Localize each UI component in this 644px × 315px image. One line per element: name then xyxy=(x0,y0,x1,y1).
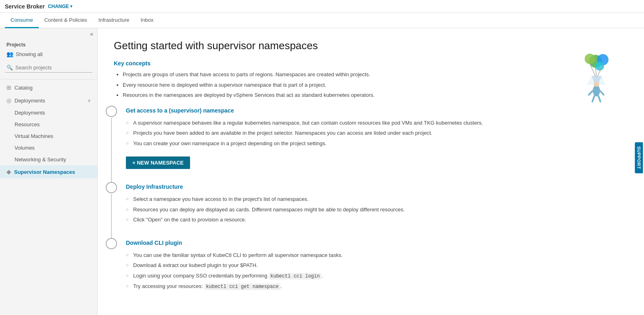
new-namespace-button[interactable]: + NEW NAMESPACE xyxy=(126,156,190,169)
step-2-circle xyxy=(106,182,117,193)
sidebar-sub-item-deployments[interactable]: Deployments xyxy=(0,107,97,119)
step-2-line xyxy=(111,194,112,240)
app-title: Service Broker xyxy=(5,3,45,10)
step-1-list: A supervisor namespace behaves like a re… xyxy=(126,118,628,149)
deployments-icon: ◎ xyxy=(6,97,11,104)
list-item: Download & extract our kubectl plugin to… xyxy=(126,260,628,271)
sidebar-sub-item-vms[interactable]: Virtual Machines xyxy=(0,130,97,142)
list-item: Click "Open" on the card to provision a … xyxy=(126,215,628,225)
projects-label: Projects xyxy=(0,40,97,49)
sidebar-sub-item-resources[interactable]: Resources xyxy=(0,119,97,130)
svg-line-13 xyxy=(598,96,600,102)
supervisor-ns-icon: ◈ xyxy=(6,169,11,175)
showing-all-item[interactable]: 👥 Showing all xyxy=(0,49,97,60)
search-icon: 🔍 xyxy=(6,65,13,71)
list-item: Try accessing your resources: kubectl cc… xyxy=(126,281,628,292)
catalog-icon: ⊞ xyxy=(6,84,11,91)
list-item: A supervisor namespace behaves like a re… xyxy=(126,118,628,128)
chevron-down-icon: ▾ xyxy=(70,4,72,8)
sidebar-sub-item-volumes[interactable]: Volumes xyxy=(0,142,97,154)
chevron-down-icon: ∨ xyxy=(88,98,91,103)
step-2: Deploy Infrastructure Select a namespace… xyxy=(126,184,628,225)
step-1: Get access to a (supervisor) namespace A… xyxy=(126,107,628,169)
step-1-line xyxy=(111,118,112,184)
list-item: Login using your company SSO credentials… xyxy=(126,271,628,281)
step-1-title: Get access to a (supervisor) namespace xyxy=(126,107,628,114)
svg-point-8 xyxy=(593,85,600,96)
list-item: Resources in the namespaces are deployed… xyxy=(123,91,628,99)
step-2-title: Deploy Infrastructure xyxy=(126,184,628,190)
collapse-sidebar-button[interactable]: « xyxy=(0,28,97,40)
list-item: Resources you can deploy are displayed a… xyxy=(126,204,628,215)
step-3-list: You can use the familiar syntax of KubeC… xyxy=(126,250,628,292)
tab-inbox[interactable]: Inbox xyxy=(135,13,159,28)
key-concepts-list: Projects are groups of users that have a… xyxy=(114,71,628,99)
sidebar-sub-item-networking[interactable]: Networking & Security xyxy=(0,154,97,165)
step-3-circle xyxy=(106,238,117,249)
list-item: Every resource here is deployed within a… xyxy=(123,81,628,89)
sidebar-item-deployments[interactable]: ◎ Deployments ∨ xyxy=(0,94,97,107)
sidebar-item-supervisor-namespaces[interactable]: ◈ Supervisor Namespaces xyxy=(0,165,97,178)
sidebar-divider xyxy=(0,79,97,79)
step-1-circle xyxy=(106,106,117,117)
search-input[interactable] xyxy=(15,65,91,71)
step-3-title: Download CLI plugin xyxy=(126,240,628,246)
page-title: Getting started with supervisor namespac… xyxy=(114,40,437,52)
top-bar: Service Broker CHANGE ▾ xyxy=(0,0,644,13)
illustration xyxy=(571,52,620,105)
svg-line-11 xyxy=(600,91,604,95)
svg-line-10 xyxy=(589,91,593,95)
tab-infrastructure[interactable]: Infrastructure xyxy=(93,13,135,28)
change-button[interactable]: CHANGE ▾ xyxy=(48,4,72,9)
step-2-list: Select a namespace you have access to in… xyxy=(126,194,628,225)
sidebar: « Projects 👥 Showing all 🔍 ⊞ Catalog ◎ D… xyxy=(0,28,98,315)
tab-consume[interactable]: Consume xyxy=(5,13,39,28)
list-item: Select a namespace you have access to in… xyxy=(126,194,628,204)
list-item: Projects are groups of users that have a… xyxy=(123,71,628,79)
svg-line-4 xyxy=(596,68,596,77)
sidebar-item-catalog[interactable]: ⊞ Catalog xyxy=(0,81,97,94)
list-item: You can use the familiar syntax of KubeC… xyxy=(126,250,628,261)
key-concepts-section: Key concepts Projects are groups of user… xyxy=(114,60,628,99)
list-item: Projects you have been added to are avai… xyxy=(126,128,628,138)
search-box[interactable]: 🔍 xyxy=(5,63,92,73)
svg-marker-14 xyxy=(587,76,606,85)
users-icon: 👥 xyxy=(6,51,13,57)
tab-content-policies[interactable]: Content & Policies xyxy=(39,13,93,28)
nav-tabs: Consume Content & Policies Infrastructur… xyxy=(0,13,644,28)
list-item: You can create your own namespace in a p… xyxy=(126,138,628,149)
svg-point-2 xyxy=(585,54,595,64)
step-3: Download CLI plugin You can use the fami… xyxy=(126,240,628,292)
support-tab[interactable]: SUPPORT xyxy=(635,142,643,173)
layout: « Projects 👥 Showing all 🔍 ⊞ Catalog ◎ D… xyxy=(0,28,644,315)
steps-container: Get access to a (supervisor) namespace A… xyxy=(114,107,628,292)
svg-line-12 xyxy=(592,96,594,102)
key-concepts-heading: Key concepts xyxy=(114,60,628,67)
main-content: Getting started with supervisor namespac… xyxy=(98,28,644,315)
